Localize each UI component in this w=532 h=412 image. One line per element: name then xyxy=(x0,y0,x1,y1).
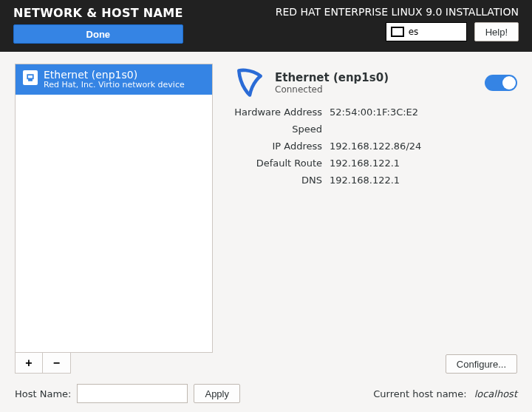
apply-hostname-button[interactable]: Apply xyxy=(194,384,240,403)
speed-value xyxy=(330,124,517,135)
help-button[interactable]: Help! xyxy=(474,22,519,41)
connection-toggle[interactable] xyxy=(485,75,517,91)
device-list-item[interactable]: Ethernet (enp1s0) Red Hat, Inc. Virtio n… xyxy=(16,64,212,95)
device-detail-panel: Ethernet (enp1s0) Connected Hardware Add… xyxy=(233,64,517,374)
remove-device-button[interactable]: − xyxy=(43,353,71,374)
done-button[interactable]: Done xyxy=(13,24,183,44)
keyboard-layout-indicator[interactable]: es xyxy=(386,22,467,41)
hw-address-label: Hardware Address xyxy=(233,107,330,118)
default-route-value: 192.168.122.1 xyxy=(330,158,517,169)
current-hostname-value: localhost xyxy=(474,388,517,399)
top-bar: NETWORK & HOST NAME Done RED HAT ENTERPR… xyxy=(0,0,532,52)
keyboard-layout-text: es xyxy=(409,27,419,37)
device-name: Ethernet (enp1s0) xyxy=(44,69,185,81)
current-hostname-label: Current host name: xyxy=(373,388,466,399)
device-subtitle: Red Hat, Inc. Virtio network device xyxy=(44,81,185,90)
product-title: RED HAT ENTERPRISE LINUX 9.0 INSTALLATIO… xyxy=(276,6,519,18)
dns-label: DNS xyxy=(233,175,330,186)
hw-address-value: 52:54:00:1F:3C:E2 xyxy=(330,107,517,118)
toggle-knob xyxy=(502,76,516,90)
dns-value: 192.168.122.1 xyxy=(330,175,517,186)
connection-properties: Hardware Address 52:54:00:1F:3C:E2 Speed… xyxy=(233,107,517,186)
device-list[interactable]: Ethernet (enp1s0) Red Hat, Inc. Virtio n… xyxy=(15,64,213,353)
main-area: Ethernet (enp1s0) Red Hat, Inc. Virtio n… xyxy=(0,52,532,412)
default-route-label: Default Route xyxy=(233,158,330,169)
ip-address-label: IP Address xyxy=(233,141,330,152)
add-device-button[interactable]: + xyxy=(15,353,43,374)
device-list-panel: Ethernet (enp1s0) Red Hat, Inc. Virtio n… xyxy=(15,64,213,374)
screen-title: NETWORK & HOST NAME xyxy=(13,6,183,20)
hostname-label: Host Name: xyxy=(15,388,71,399)
hostname-input[interactable] xyxy=(77,384,188,403)
configure-button[interactable]: Configure... xyxy=(446,354,517,374)
speed-label: Speed xyxy=(233,124,330,135)
detail-title: Ethernet (enp1s0) xyxy=(275,71,476,84)
ethernet-large-icon xyxy=(233,67,266,99)
detail-state: Connected xyxy=(275,84,476,95)
hostname-row: Host Name: Apply Current host name: loca… xyxy=(15,374,517,403)
keyboard-icon xyxy=(391,27,404,37)
ip-address-value: 192.168.122.86/24 xyxy=(330,141,517,152)
ethernet-icon xyxy=(23,70,38,85)
